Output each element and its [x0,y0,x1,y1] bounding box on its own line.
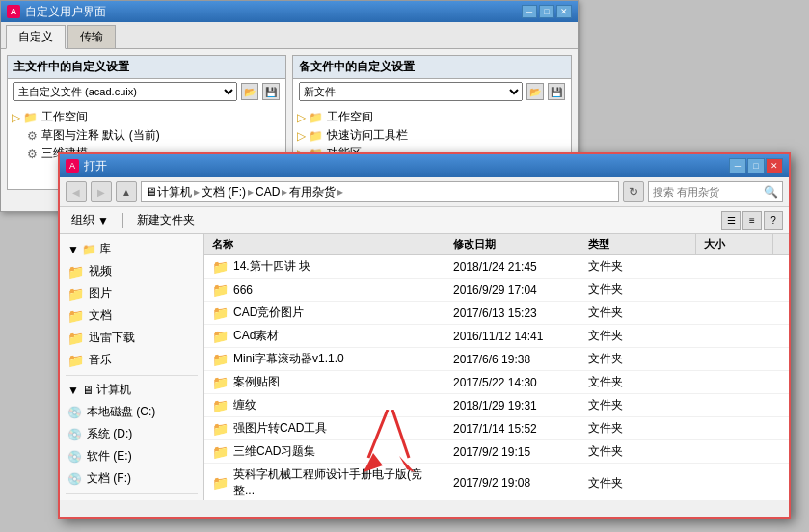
path-segment-cad[interactable]: CAD [256,185,280,199]
left-panel-open-btn[interactable]: 📂 [241,83,258,100]
file-row[interactable]: 📁 英科字机械工程师设计手册电子版(竞整... 2017/9/2 19:08 文… [204,464,789,500]
forward-button[interactable]: ▶ [91,181,112,202]
file-cell-name: 📁 强图片转CAD工具 [204,417,445,439]
cad-window-buttons: ─ □ ✕ [522,5,572,18]
file-row[interactable]: 📁 666 2016/9/29 17:04 文件夹 [204,279,789,302]
sidebar-item-music[interactable]: 📁 音乐 [60,349,203,371]
minimize-button[interactable]: ─ [522,5,537,18]
path-text-docs: 文档 (F:) [202,184,246,200]
sidebar-section-network: ▷ 🌐 网络 [60,497,203,500]
file-dialog-title-icon: A [66,159,79,173]
tab-transfer[interactable]: 传输 [67,25,116,48]
sidebar-network-header[interactable]: ▷ 🌐 网络 [60,497,203,500]
back-button[interactable]: ◀ [66,181,87,202]
right-panel-save-btn[interactable]: 💾 [548,83,565,100]
address-bar: ◀ ▶ ▲ 🖥 计算机 ▸ 文档 (F:) ▸ CAD ▸ 有用杂货 ▸ ↻ [60,177,789,207]
dialog-maximize-button[interactable]: □ [747,158,765,173]
path-sep-2: ▸ [248,185,254,199]
maximize-button[interactable]: □ [539,5,554,18]
left-panel-save-btn[interactable]: 💾 [262,83,280,100]
main-area: ▼ 📁 库 📁 视频 📁 图片 📁 文档 📁 [60,234,789,500]
xunlei-folder-icon: 📁 [67,331,84,346]
file-cell-date: 2017/9/2 19:15 [445,442,580,462]
organize-label: 组织 [71,212,94,228]
path-segment-misc[interactable]: 有用杂货 [289,184,336,200]
file-cell-size [696,264,773,270]
file-row[interactable]: 📁 三维CAD习题集 2017/9/2 19:15 文件夹 [204,440,789,464]
file-cell-name: 📁 三维CAD习题集 [204,440,445,463]
file-icon: 📁 [212,398,229,413]
sidebar-item-e[interactable]: 💿 软件 (E:) [60,445,203,467]
file-rows-container: 📁 14.第十四讲 块 2018/1/24 21:45 文件夹 📁 666 20… [204,255,789,500]
right-panel-dropdown[interactable]: 新文件 [299,82,523,101]
sidebar-library-header[interactable]: ▼ 📁 库 [60,238,203,260]
file-dialog-titlebar: A 打开 ─ □ ✕ [60,154,789,177]
col-type[interactable]: 类型 [580,234,696,254]
sidebar-item-xunlei[interactable]: 📁 迅雷下载 [60,327,203,349]
right-workspace-folder-icon: ▷ 📁 [297,111,323,124]
file-row[interactable]: 📁 缠纹 2018/1/29 19:31 文件夹 [204,394,789,417]
right-panel-dropdown-row: 新文件 📂 💾 [293,79,571,104]
file-cell-date: 2017/5/22 14:30 [445,373,580,392]
file-cell-date: 2017/1/14 15:52 [445,419,580,439]
search-input[interactable] [653,186,764,198]
tree-sketch[interactable]: ⚙ 草图与注释 默认 (当前) [27,126,282,145]
view-help-button[interactable]: ? [764,211,783,230]
tab-customize[interactable]: 自定义 [6,25,66,49]
view-details-button[interactable]: ≡ [742,211,762,230]
file-cell-size [696,310,773,316]
col-size[interactable]: 大小 [696,234,773,254]
right-tree-workspace[interactable]: ▷ 📁 工作空间 [297,108,567,126]
sidebar-divider-2 [66,493,198,494]
sidebar-item-docs[interactable]: 📁 文档 [60,305,203,327]
file-cell-date: 2016/9/29 17:04 [445,280,580,300]
path-segment-computer[interactable]: 🖥 计算机 [146,184,192,200]
sidebar-item-c[interactable]: 💿 本地磁盘 (C:) [60,401,203,423]
file-icon: 📁 [212,282,229,298]
organize-button[interactable]: 组织 ▼ [66,210,115,230]
col-date[interactable]: 修改日期 [445,234,580,254]
file-row[interactable]: 📁 CAD竞价图片 2017/6/13 15:23 文件夹 [204,302,789,325]
file-cell-date: 2018/1/24 21:45 [445,257,580,277]
right-tree-quickaccess[interactable]: ▷ 📁 快速访问工具栏 [297,126,567,145]
right-panel-open-btn[interactable]: 📂 [526,83,544,100]
sidebar-item-video[interactable]: 📁 视频 [60,260,203,282]
close-button[interactable]: ✕ [556,5,572,18]
file-cell-size [696,380,773,386]
sidebar-item-f[interactable]: 💿 文档 (F:) [60,467,203,490]
file-icon: 📁 [212,375,229,390]
file-icon: 📁 [212,259,229,275]
sidebar-computer-header[interactable]: ▼ 🖥 计算机 [60,379,203,401]
dialog-close-button[interactable]: ✕ [766,158,783,173]
file-row[interactable]: 📁 Mini字幕滚动器v1.1.0 2017/6/6 19:38 文件夹 [204,348,789,371]
view-list-button[interactable]: ☰ [721,211,741,230]
tree-workspace[interactable]: ▷ 📁 工作空间 [12,108,282,126]
col-name[interactable]: 名称 [204,234,445,254]
dialog-minimize-button[interactable]: ─ [729,158,746,173]
tree-sketch-label: 草图与注释 默认 (当前) [41,127,160,144]
sidebar-item-pictures[interactable]: 📁 图片 [60,282,203,305]
sidebar-item-d[interactable]: 💿 系统 (D:) [60,423,203,445]
new-folder-button[interactable]: 新建文件夹 [131,210,201,230]
file-cell-date: 2016/11/12 14:41 [445,327,580,346]
file-cell-name: 📁 缠纹 [204,394,445,416]
file-cell-size [696,480,773,486]
file-row[interactable]: 📁 强图片转CAD工具 2017/1/14 15:52 文件夹 [204,417,789,440]
sidebar-computer-label: 计算机 [96,382,131,398]
search-box[interactable]: 🔍 [648,181,783,202]
file-row[interactable]: 📁 案例贴图 2017/5/22 14:30 文件夹 [204,371,789,394]
file-row[interactable]: 📁 CAd素材 2016/11/12 14:41 文件夹 [204,325,789,348]
refresh-button[interactable]: ↻ [623,181,644,202]
up-button[interactable]: ▲ [116,181,137,202]
docs-folder-icon: 📁 [67,308,84,324]
file-cell-type: 文件夹 [580,325,696,347]
file-cell-size [696,357,773,362]
library-folder-icon: 📁 [82,243,96,256]
file-row[interactable]: 📁 14.第十四讲 块 2018/1/24 21:45 文件夹 [204,255,789,279]
file-cell-date: 2017/9/2 19:08 [445,473,580,492]
view-buttons: ☰ ≡ ? [721,211,783,230]
left-panel-dropdown[interactable]: 主自定义文件 (acad.cuix) [13,82,237,101]
address-path[interactable]: 🖥 计算机 ▸ 文档 (F:) ▸ CAD ▸ 有用杂货 ▸ [141,181,619,202]
sketch-gear-icon: ⚙ [27,129,38,143]
path-segment-docs[interactable]: 文档 (F:) [202,184,246,200]
